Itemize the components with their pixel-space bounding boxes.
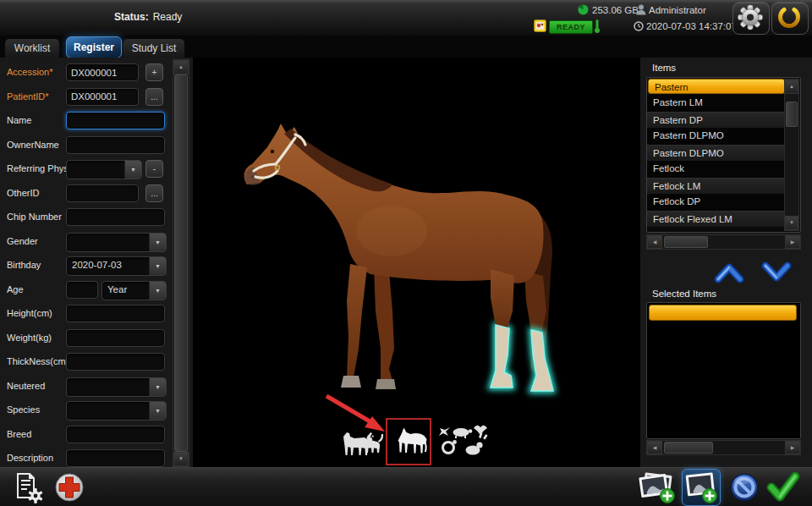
age-input[interactable]	[66, 281, 98, 299]
scroll-up-icon[interactable]: ▲	[173, 60, 189, 74]
field-label: Referring Phys.	[7, 163, 71, 173]
chevron-down-icon[interactable]: ▼	[124, 161, 141, 179]
tab-worklist[interactable]: Worklist	[5, 39, 59, 58]
field-label: Height(cm)	[7, 308, 52, 318]
other-id-input[interactable]	[66, 184, 139, 202]
name-input[interactable]	[66, 112, 165, 129]
gender-select[interactable]: ▼	[66, 233, 167, 252]
form-row: Name	[0, 112, 193, 130]
items-hscrollbar-thumb[interactable]	[664, 236, 708, 248]
referring-phys-select[interactable]: ▼	[66, 160, 142, 179]
user-name: Administrator	[649, 5, 706, 15]
items-scrollbar[interactable]: ▲ ▼	[784, 79, 799, 231]
breed-input[interactable]	[66, 426, 165, 443]
field-label: ThickNess(cm)	[7, 356, 69, 366]
items-scrollbar-thumb[interactable]	[786, 102, 798, 127]
chevron-down-icon[interactable]: ▼	[149, 378, 166, 396]
move-up-button[interactable]	[713, 260, 745, 285]
patient-id-browse-button[interactable]: ...	[145, 88, 163, 106]
pointer-arrow	[326, 396, 385, 432]
scroll-left-icon[interactable]: ◀	[647, 235, 662, 249]
form-row: PatientID* ...	[0, 88, 193, 107]
move-down-button[interactable]	[760, 260, 793, 285]
form-row: Birthday 2020-07-03 ▼	[0, 256, 193, 275]
selected-items-list	[646, 302, 801, 439]
selected-hscrollbar[interactable]: ◀ ▶	[646, 440, 801, 455]
tab-register[interactable]: Register	[66, 36, 122, 58]
owner-name-input[interactable]	[66, 136, 165, 154]
selected-list-item[interactable]	[649, 305, 797, 321]
accession-input[interactable]	[66, 63, 139, 81]
horse-near-foreleg[interactable]	[347, 264, 367, 377]
scroll-up-icon[interactable]: ▲	[785, 80, 798, 94]
scroll-left-icon[interactable]: ◀	[647, 441, 662, 454]
study-settings-button[interactable]	[14, 471, 46, 503]
horse-far-foreleg[interactable]	[374, 267, 394, 381]
form-row: Chip Number	[0, 208, 193, 227]
items-hscrollbar[interactable]: ◀ ▶	[646, 234, 801, 250]
height-input[interactable]	[66, 305, 165, 322]
chip-number-input[interactable]	[66, 208, 165, 226]
field-label: Neutered	[7, 381, 45, 391]
list-item[interactable]: Fetlock	[647, 161, 786, 178]
scroll-right-icon[interactable]: ▶	[785, 235, 800, 249]
chevron-down-icon[interactable]: ▼	[149, 234, 166, 251]
chevron-down-icon[interactable]: ▼	[149, 282, 166, 300]
emergency-add-button[interactable]	[54, 472, 85, 503]
horse-far-pastern-selected[interactable]	[531, 330, 553, 391]
referring-phys-remove-button[interactable]: -	[145, 160, 163, 178]
batch-add-images-button[interactable]	[639, 470, 678, 504]
power-button[interactable]	[771, 2, 809, 35]
age-unit-select[interactable]: Year ▼	[102, 281, 167, 300]
thumbnail-exotic-animals[interactable]	[439, 426, 488, 455]
description-input[interactable]	[66, 449, 165, 467]
list-item[interactable]: Fetlock LM	[647, 178, 786, 195]
add-image-button[interactable]	[682, 469, 721, 506]
thickness-input[interactable]	[66, 353, 165, 371]
thumbnail-horse[interactable]	[398, 428, 427, 454]
list-item[interactable]: Pastern DP	[647, 112, 786, 129]
scroll-down-icon[interactable]: ▼	[173, 452, 189, 466]
form-row: Species ▼	[0, 401, 193, 420]
tab-study-list[interactable]: Study List	[123, 39, 184, 58]
patient-form-panel: Accession* + PatientID* ... Name OwnerNa…	[0, 58, 193, 467]
form-scrollbar[interactable]: ▲ ▼	[173, 59, 189, 467]
chevron-down-icon[interactable]: ▼	[149, 402, 166, 420]
chevron-down-icon[interactable]: ▼	[149, 257, 166, 275]
scroll-right-icon[interactable]: ▶	[785, 441, 800, 454]
form-scrollbar-thumb[interactable]	[174, 74, 188, 452]
species-select[interactable]: ▼	[66, 401, 167, 421]
shoulder-highlight	[356, 206, 427, 256]
form-row: Accession* +	[0, 63, 193, 82]
weight-input[interactable]	[66, 329, 165, 347]
neutered-select[interactable]: ▼	[66, 377, 167, 397]
cancel-register-button[interactable]	[729, 472, 760, 503]
accession-add-button[interactable]: +	[145, 63, 163, 81]
birthday-select[interactable]: 2020-07-03 ▼	[66, 256, 167, 276]
horse-figure[interactable]	[193, 58, 640, 467]
other-id-browse-button[interactable]: ...	[145, 184, 163, 202]
add-image-icon	[683, 470, 720, 505]
patient-id-input[interactable]	[66, 88, 139, 106]
form-row: Gender ▼	[0, 233, 193, 251]
selected-hscrollbar-thumb[interactable]	[664, 442, 713, 454]
list-item[interactable]: Pastern DLPMO	[647, 128, 786, 145]
list-item[interactable]: Fetlock Flexed LM	[647, 211, 786, 228]
list-item[interactable]: Pastern DLPMO	[647, 145, 786, 162]
horse-near-hindleg[interactable]	[491, 269, 514, 328]
scroll-down-icon[interactable]: ▼	[785, 216, 798, 230]
settings-button[interactable]	[732, 2, 770, 35]
thumbnail-dog-cat[interactable]	[343, 432, 383, 455]
detector-ready-badge: READY	[549, 20, 593, 34]
field-label: Chip Number	[7, 212, 62, 222]
form-row: ThickNess(cm)	[0, 353, 193, 371]
list-item-selected[interactable]: Pastern	[648, 79, 785, 94]
confirm-register-button[interactable]	[766, 470, 800, 503]
field-label: Accession*	[7, 67, 52, 77]
list-item[interactable]: Fetlock DP	[647, 194, 786, 211]
field-label: Species	[7, 404, 40, 415]
field-label: Birthday	[7, 260, 41, 270]
list-item[interactable]: Pastern LM	[647, 95, 786, 112]
form-row: Weight(kg)	[0, 329, 193, 348]
items-panel: Items Pastern Pastern LM Pastern DP Past…	[640, 58, 812, 467]
